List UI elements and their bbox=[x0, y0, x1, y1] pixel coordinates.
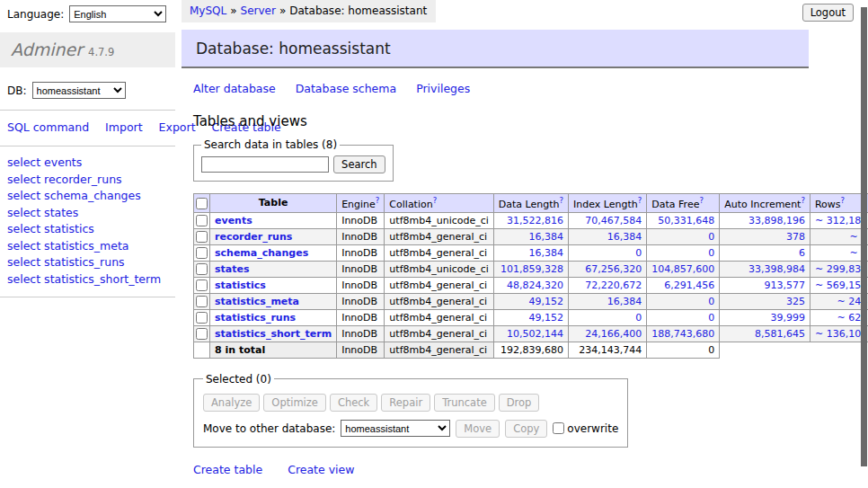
sidebar-action-link[interactable]: Import bbox=[105, 120, 143, 134]
number-link[interactable]: 0 bbox=[651, 296, 714, 307]
index-length-cell: 67,256,320 bbox=[569, 261, 647, 277]
number-link[interactable]: 48,824,320 bbox=[499, 279, 563, 291]
language-select[interactable]: English bbox=[69, 5, 166, 22]
number-link[interactable]: 325 bbox=[724, 296, 805, 307]
number-link[interactable]: 378 bbox=[724, 231, 805, 243]
number-link[interactable]: 33,398,984 bbox=[724, 263, 805, 275]
drop-button[interactable]: Drop bbox=[499, 394, 540, 412]
row-checkbox[interactable] bbox=[196, 279, 208, 291]
number-link[interactable]: 16,384 bbox=[573, 231, 642, 243]
number-link[interactable]: 913,577 bbox=[724, 279, 805, 291]
sidebar-table-link[interactable]: select recorder_runs bbox=[7, 172, 168, 189]
number-link[interactable]: ~ 5 bbox=[815, 231, 867, 243]
select-all-checkbox[interactable] bbox=[196, 198, 208, 209]
help-icon[interactable]: ? bbox=[433, 196, 438, 205]
number-link[interactable]: 50,331,648 bbox=[651, 215, 714, 226]
table-link[interactable]: recorder_runs bbox=[215, 231, 292, 243]
table-link[interactable]: statistics bbox=[215, 279, 266, 291]
row-checkbox[interactable] bbox=[196, 296, 208, 307]
row-checkbox[interactable] bbox=[196, 312, 208, 324]
sidebar-table-link[interactable]: select statistics_meta bbox=[7, 238, 168, 255]
subnav-link[interactable]: Privileges bbox=[416, 82, 470, 95]
number-link[interactable]: 101,859,328 bbox=[499, 263, 563, 275]
analyze-button[interactable]: Analyze bbox=[203, 394, 260, 412]
number-link[interactable]: ~ 628 bbox=[815, 312, 867, 324]
number-link[interactable]: 0 bbox=[651, 312, 714, 324]
row-checkbox-cell bbox=[194, 261, 210, 277]
sidebar-table-link[interactable]: select schema_changes bbox=[7, 188, 168, 205]
help-icon[interactable]: ? bbox=[841, 196, 846, 205]
number-link[interactable]: 16,384 bbox=[573, 296, 642, 307]
number-link[interactable]: 70,467,584 bbox=[573, 215, 642, 226]
check-button[interactable]: Check bbox=[330, 394, 377, 412]
number-link[interactable]: 67,256,320 bbox=[573, 263, 642, 275]
help-icon[interactable]: ? bbox=[560, 196, 564, 205]
number-link[interactable]: 0 bbox=[573, 312, 642, 324]
help-icon[interactable]: ? bbox=[699, 196, 704, 205]
move-button[interactable]: Move bbox=[456, 420, 500, 438]
help-icon[interactable]: ? bbox=[376, 196, 380, 205]
search-input[interactable] bbox=[201, 156, 329, 173]
number-link[interactable]: 39,999 bbox=[724, 312, 805, 324]
truncate-button[interactable]: Truncate bbox=[434, 394, 495, 412]
table-link[interactable]: schema_changes bbox=[215, 247, 308, 259]
sidebar-table-link[interactable]: select states bbox=[7, 205, 168, 222]
number-link[interactable]: ~ 244 bbox=[815, 296, 867, 307]
number-link[interactable]: 8,581,645 bbox=[724, 328, 805, 340]
number-link[interactable]: 49,152 bbox=[499, 296, 563, 307]
number-link[interactable]: 104,857,600 bbox=[651, 263, 714, 275]
sidebar-action-link[interactable]: SQL command bbox=[7, 120, 89, 134]
sidebar-table-link[interactable]: select statistics bbox=[7, 221, 168, 238]
number-link[interactable]: ~ 569,159 bbox=[815, 279, 867, 291]
app-title: Adminer4.7.9 bbox=[0, 32, 175, 67]
logout-button[interactable]: Logout bbox=[802, 4, 854, 22]
number-link[interactable]: 188,743,680 bbox=[651, 328, 714, 340]
number-link[interactable]: ~ 299,833 bbox=[815, 263, 867, 275]
help-icon[interactable]: ? bbox=[638, 196, 642, 205]
number-link[interactable]: 6 bbox=[724, 247, 805, 259]
number-link[interactable]: 0 bbox=[651, 247, 714, 259]
create-link[interactable]: Create table bbox=[193, 463, 262, 476]
sidebar-table-link[interactable]: select events bbox=[7, 155, 168, 172]
number-link[interactable]: 10,502,144 bbox=[499, 328, 563, 340]
help-icon[interactable]: ? bbox=[801, 196, 805, 205]
move-db-select[interactable]: homeassistant bbox=[341, 420, 450, 437]
row-checkbox[interactable] bbox=[196, 328, 208, 340]
row-checkbox[interactable] bbox=[196, 247, 208, 259]
number-link[interactable]: 0 bbox=[651, 231, 714, 243]
row-checkbox[interactable] bbox=[196, 231, 208, 243]
row-checkbox[interactable] bbox=[196, 263, 208, 275]
page-scrollbar[interactable] bbox=[861, 7, 867, 466]
table-link[interactable]: statistics_meta bbox=[215, 296, 299, 307]
sidebar-table-link[interactable]: select statistics_runs bbox=[7, 254, 168, 271]
subnav-link[interactable]: Database schema bbox=[296, 82, 396, 95]
copy-button[interactable]: Copy bbox=[505, 420, 547, 438]
sidebar-table-link[interactable]: select statistics_short_term bbox=[7, 271, 168, 288]
number-link[interactable]: 33,898,196 bbox=[724, 215, 805, 226]
number-link[interactable]: 16,384 bbox=[499, 231, 563, 243]
table-link[interactable]: statistics_runs bbox=[215, 312, 296, 324]
number-link[interactable]: 31,522,816 bbox=[499, 215, 563, 226]
db-select[interactable]: homeassistant bbox=[32, 82, 126, 99]
number-link[interactable]: ~ 136,108 bbox=[815, 328, 867, 340]
optimize-button[interactable]: Optimize bbox=[263, 394, 326, 412]
subnav-link[interactable]: Alter database bbox=[193, 82, 276, 95]
breadcrumb-item[interactable]: MySQL bbox=[190, 4, 226, 17]
breadcrumb-item[interactable]: Server bbox=[241, 4, 276, 17]
number-link[interactable]: ~ 3 bbox=[815, 247, 867, 259]
number-link[interactable]: 24,166,400 bbox=[573, 328, 642, 340]
number-link[interactable]: 0 bbox=[573, 247, 642, 259]
number-link[interactable]: 49,152 bbox=[499, 312, 563, 324]
number-link[interactable]: ~ 312,180 bbox=[815, 215, 867, 226]
table-link[interactable]: statistics_short_term bbox=[215, 328, 332, 340]
number-link[interactable]: 16,384 bbox=[499, 247, 563, 259]
repair-button[interactable]: Repair bbox=[381, 394, 430, 412]
overwrite-checkbox[interactable] bbox=[553, 422, 564, 434]
table-link[interactable]: events bbox=[215, 215, 252, 226]
number-link[interactable]: 6,291,456 bbox=[651, 279, 714, 291]
row-checkbox[interactable] bbox=[196, 215, 208, 226]
create-link[interactable]: Create view bbox=[288, 463, 354, 476]
table-link[interactable]: states bbox=[215, 263, 250, 275]
search-button[interactable]: Search bbox=[333, 155, 385, 173]
number-link[interactable]: 72,220,672 bbox=[573, 279, 642, 291]
